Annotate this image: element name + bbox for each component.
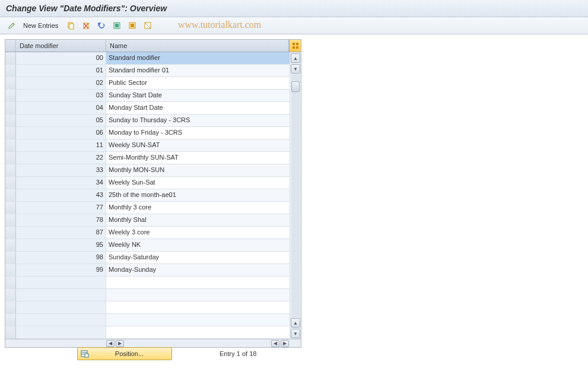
change-button[interactable] xyxy=(5,20,19,31)
table-row[interactable]: 4325th of the month-ae01 xyxy=(5,189,301,202)
row-selector[interactable] xyxy=(5,139,16,151)
table-row[interactable]: 06Monday to Friday - 3CRS xyxy=(5,127,301,139)
cell-name[interactable] xyxy=(106,314,290,326)
cell-name[interactable]: Monday-Sunday xyxy=(106,264,290,276)
cell-code[interactable]: 22 xyxy=(16,152,106,164)
row-selector[interactable] xyxy=(5,52,16,64)
row-selector[interactable] xyxy=(5,90,16,101)
cell-name[interactable]: Monthly 3 core xyxy=(106,202,290,214)
scroll-thumb[interactable] xyxy=(291,81,300,92)
row-selector[interactable] xyxy=(5,164,16,176)
scroll-down-end-button[interactable]: ▼ xyxy=(291,329,300,338)
cell-code[interactable]: 11 xyxy=(16,139,106,151)
delete-button[interactable] xyxy=(79,20,93,31)
cell-name[interactable]: Semi-Monthly SUN-SAT xyxy=(106,152,290,164)
cell-name[interactable] xyxy=(106,289,290,301)
row-selector[interactable] xyxy=(5,202,16,214)
select-all-button[interactable] xyxy=(110,20,124,31)
header-name[interactable]: Name xyxy=(106,40,289,52)
cell-code[interactable]: 34 xyxy=(16,177,106,189)
table-row[interactable]: 22Semi-Monthly SUN-SAT xyxy=(5,152,301,164)
scroll-up-end-button[interactable]: ▲ xyxy=(291,318,300,328)
cell-code[interactable]: 98 xyxy=(16,252,106,263)
table-row[interactable]: 02Public Sector xyxy=(5,77,301,90)
row-selector[interactable] xyxy=(5,189,16,201)
table-row[interactable]: 95Weekly NK xyxy=(5,239,301,252)
table-row[interactable]: 34Weekly Sun-Sat xyxy=(5,177,301,189)
table-row[interactable]: 33Monthly MON-SUN xyxy=(5,164,301,177)
row-selector[interactable] xyxy=(5,301,16,313)
hscroll-right-button[interactable]: ▶ xyxy=(116,340,124,347)
scroll-track[interactable] xyxy=(291,74,300,317)
table-row[interactable] xyxy=(5,301,301,314)
header-code[interactable]: Date modifier xyxy=(16,40,106,52)
table-row[interactable] xyxy=(5,289,301,301)
table-row[interactable]: 87Weekly 3 core xyxy=(5,227,301,239)
cell-code[interactable]: 05 xyxy=(16,115,106,126)
table-row[interactable] xyxy=(5,314,301,326)
cell-code[interactable] xyxy=(16,301,106,313)
undo-button[interactable] xyxy=(94,20,109,31)
new-entries-button[interactable]: New Entries xyxy=(20,20,62,31)
cell-code[interactable]: 87 xyxy=(16,227,106,239)
cell-name[interactable] xyxy=(106,301,290,313)
cell-code[interactable] xyxy=(16,289,106,301)
table-row[interactable]: 78Monthly Shal xyxy=(5,214,301,227)
hscroll-left-end-button[interactable]: ◀ xyxy=(271,340,279,347)
cell-code[interactable]: 03 xyxy=(16,90,106,101)
cell-name[interactable]: Monday to Friday - 3CRS xyxy=(106,127,290,139)
row-selector[interactable] xyxy=(5,289,16,301)
cell-code[interactable]: 95 xyxy=(16,239,106,251)
cell-name[interactable]: Sunday to Thursday - 3CRS xyxy=(106,115,290,126)
cell-code[interactable]: 04 xyxy=(16,102,106,114)
cell-name[interactable]: Weekly Sun-Sat xyxy=(106,177,290,189)
cell-name[interactable]: Monday Start Date xyxy=(106,102,290,114)
cell-code[interactable]: 00 xyxy=(16,52,106,64)
cell-name[interactable]: 25th of the month-ae01 xyxy=(106,189,290,201)
deselect-all-button[interactable] xyxy=(141,20,155,31)
table-row[interactable]: 05Sunday to Thursday - 3CRS xyxy=(5,115,301,127)
cell-code[interactable] xyxy=(16,277,106,288)
table-row[interactable] xyxy=(5,326,301,339)
cell-name[interactable]: Monthly MON-SUN xyxy=(106,164,290,176)
row-selector[interactable] xyxy=(5,277,16,288)
hscroll-right-end-button[interactable]: ▶ xyxy=(281,340,289,347)
cell-code[interactable]: 77 xyxy=(16,202,106,214)
cell-name[interactable]: Monthly Shal xyxy=(106,214,290,226)
row-selector[interactable] xyxy=(5,115,16,126)
table-row[interactable]: 77Monthly 3 core xyxy=(5,202,301,214)
header-selector[interactable] xyxy=(5,40,16,52)
row-selector[interactable] xyxy=(5,314,16,326)
cell-name[interactable]: Standard modifier xyxy=(106,52,290,64)
cell-name[interactable]: Sunday Start Date xyxy=(106,90,290,101)
table-row[interactable]: 98Sunday-Saturday xyxy=(5,252,301,264)
cell-code[interactable] xyxy=(16,326,106,338)
cell-name[interactable]: Weekly SUN-SAT xyxy=(106,139,290,151)
table-row[interactable] xyxy=(5,277,301,289)
cell-code[interactable]: 78 xyxy=(16,214,106,226)
table-row[interactable]: 00Standard modifier xyxy=(5,52,301,65)
position-button[interactable]: Position... xyxy=(77,347,172,360)
row-selector[interactable] xyxy=(5,227,16,239)
cell-name[interactable] xyxy=(106,277,290,288)
scroll-down-button[interactable]: ▼ xyxy=(291,64,300,74)
table-settings-button[interactable] xyxy=(289,40,301,52)
cell-name[interactable]: Weekly NK xyxy=(106,239,290,251)
cell-code[interactable]: 99 xyxy=(16,264,106,276)
cell-name[interactable]: Sunday-Saturday xyxy=(106,252,290,263)
row-selector[interactable] xyxy=(5,252,16,263)
row-selector[interactable] xyxy=(5,77,16,89)
scroll-up-button[interactable]: ▲ xyxy=(291,53,300,63)
table-row[interactable]: 99Monday-Sunday xyxy=(5,264,301,277)
row-selector[interactable] xyxy=(5,264,16,276)
table-row[interactable]: 03Sunday Start Date xyxy=(5,90,301,102)
copy-button[interactable] xyxy=(63,20,78,31)
cell-code[interactable]: 06 xyxy=(16,127,106,139)
row-selector[interactable] xyxy=(5,102,16,114)
cell-name[interactable] xyxy=(106,326,290,338)
table-row[interactable]: 11Weekly SUN-SAT xyxy=(5,139,301,152)
cell-name[interactable]: Public Sector xyxy=(106,77,290,89)
row-selector[interactable] xyxy=(5,65,16,77)
row-selector[interactable] xyxy=(5,177,16,189)
row-selector[interactable] xyxy=(5,214,16,226)
